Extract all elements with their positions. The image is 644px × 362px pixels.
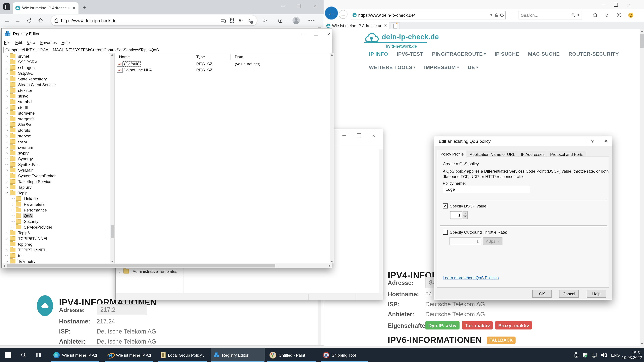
expand-icon[interactable]: › [5,60,9,64]
nav-item-weitere-tools[interactable]: WEITERE TOOLS▾ [369,64,416,70]
nav-item-ipv6-test[interactable]: IPV6-TEST [397,51,423,57]
tree-item-storsvc[interactable]: ›StorSvc [2,122,109,127]
column-header-type[interactable]: Type [196,55,205,59]
tree-item-tapisrv[interactable]: ›TapiSrv [2,184,109,190]
menu-file[interactable]: File [2,40,13,45]
help-icon[interactable]: ? [587,136,598,146]
forward-icon[interactable]: → [14,17,22,24]
tree-item-tcpip6tunnel[interactable]: ›TCPIP6TUNNEL [2,236,109,241]
tree-item-tabletinputservice[interactable]: ›TabletInputService [2,179,109,184]
tree-item-sstpsvc[interactable]: ›SstpSvc [2,70,109,76]
throttle-checkbox[interactable] [443,230,448,235]
maximize-button[interactable] [611,1,621,9]
new-tab-button[interactable]: + [82,4,86,11]
apps-grid-icon[interactable] [228,17,236,24]
task-view-icon[interactable] [31,348,46,362]
tree-item-tcpip[interactable]: ›Tcpip [2,190,109,196]
defender-shield-icon[interactable] [580,348,590,362]
expand-icon[interactable]: › [5,128,9,132]
tree-item-qos[interactable]: QoS [2,213,109,219]
ie-active-tab[interactable]: Wie ist meine IP Adresse un... ✕ [324,22,390,29]
tree-item-ssh-agent[interactable]: ›ssh-agent [2,65,109,70]
policy-name-input[interactable]: Edge [443,186,530,193]
tree-item-staterepository[interactable]: ›StateRepository [2,76,109,82]
speaker-icon[interactable] [599,348,608,362]
expand-icon[interactable]: › [5,82,9,87]
address-bar[interactable]: https://www.dein-ip-check.de A) ☆+ [51,15,257,25]
add-favorite-icon[interactable]: ☆+ [245,17,254,24]
tree-item-parameters[interactable]: ›Parameters [2,201,109,207]
collapse-icon[interactable]: › [5,191,9,195]
values-scrollbar[interactable] [330,53,334,264]
tree-item-telemetry[interactable]: ›Telemetry [2,258,109,264]
learn-more-link[interactable]: Learn more about QoS Policies [443,276,499,280]
expand-icon[interactable]: › [5,174,9,178]
tree-item-stexstor[interactable]: ›stexstor [2,87,109,93]
close-button[interactable]: × [324,30,334,38]
close-button[interactable]: × [624,1,634,9]
menu-favorites[interactable]: Favorites [38,40,59,45]
dscp-value-spinner[interactable]: 1 ▲ ▼ [450,211,468,219]
expand-icon[interactable]: › [5,151,9,155]
ok-button[interactable]: OK [532,290,552,298]
taskbar-app-paint[interactable]: Untitled - Paint [266,348,317,362]
spin-up-icon[interactable]: ▲ [462,211,468,215]
network-icon[interactable] [590,348,599,362]
tree-item-stisvc[interactable]: ›stisvc [2,93,109,99]
nav-item-ip-suche[interactable]: IP SUCHE [494,51,520,57]
nav-item-router-security[interactable]: ROUTER-SECURITY [568,51,619,57]
expand-icon[interactable]: › [5,122,9,127]
expand-icon[interactable]: › [5,248,9,252]
expand-icon[interactable]: › [5,94,9,98]
tree-item-steam-client-service[interactable]: ›Steam Client Service [2,82,109,87]
expand-icon[interactable]: › [5,105,9,110]
tab-close-icon[interactable]: ✕ [384,23,387,28]
language-indicator[interactable]: ENG [611,348,620,362]
help-button[interactable]: Help [587,290,606,298]
expand-icon[interactable]: › [5,236,9,241]
usb-icon[interactable] [572,348,580,362]
send-to-device-icon[interactable] [219,17,228,24]
expand-icon[interactable]: › [5,111,9,115]
menu-help[interactable]: Help [59,40,72,45]
tab-policy-profile[interactable]: Policy Profile [437,150,467,158]
nav-item-mac-suche[interactable]: MAC SUCHE [528,51,560,57]
tree-item-srvnet[interactable]: ›srvnet [2,53,109,59]
dscp-label[interactable]: Specify DSCP Value: [450,204,488,209]
tree-item-storqosflt[interactable]: ›storqosflt [2,116,109,122]
tree-item-svsvc[interactable]: ›svsvc [2,139,109,144]
tree-item-security[interactable]: Security [2,219,109,224]
back-icon[interactable]: ← [325,7,338,19]
new-tab-button[interactable] [391,22,400,29]
close-icon[interactable]: ✕ [600,136,611,146]
maximize-button[interactable] [354,132,364,139]
read-aloud-icon[interactable]: A) [236,17,245,24]
throttle-label[interactable]: Specify Outbound Throttle Rate: [450,230,507,235]
site-logo-title[interactable]: dein-ip-check.de [382,33,439,41]
refresh-icon[interactable] [500,13,504,17]
taskbar-app-edge[interactable]: Wie ist meine IP Ad... [50,348,100,362]
column-header-name[interactable]: Name [119,55,130,59]
taskbar-app-snip[interactable]: Snipping Tool [320,348,368,362]
search-input[interactable]: Search... ▼ [518,11,582,19]
forward-icon[interactable]: → [339,10,348,19]
tree-item-ssdpsrv[interactable]: ›SSDPSRV [2,59,109,65]
dscp-checkbox[interactable]: ✓ [443,203,448,209]
tree-item-linkage[interactable]: Linkage [2,196,109,201]
tree-item-storflt[interactable]: ›storflt [2,105,109,110]
tree-item-tcpiptunnel[interactable]: ›TCPIPTUNNEL [2,247,109,253]
search-icon[interactable] [16,348,31,362]
back-icon[interactable]: ← [3,17,11,24]
tree-item-performance[interactable]: Performance [2,207,109,213]
start-button[interactable] [0,348,16,362]
tree-item-storvsc[interactable]: ›storvsc [2,133,109,139]
search-icon[interactable] [571,13,576,17]
registry-value-row[interactable]: abDo not use NLAREG_SZ1 [115,67,330,73]
tree-item-systemeventsbroker[interactable]: ›SystemEventsBroker [2,173,109,179]
expand-icon[interactable]: › [5,71,9,75]
close-button[interactable]: × [310,2,320,10]
expand-icon[interactable]: › [5,145,9,149]
nav-item-de[interactable]: DE▾ [468,64,478,70]
expand-icon[interactable]: › [5,139,9,144]
chevron-right-icon[interactable]: › [119,269,120,274]
